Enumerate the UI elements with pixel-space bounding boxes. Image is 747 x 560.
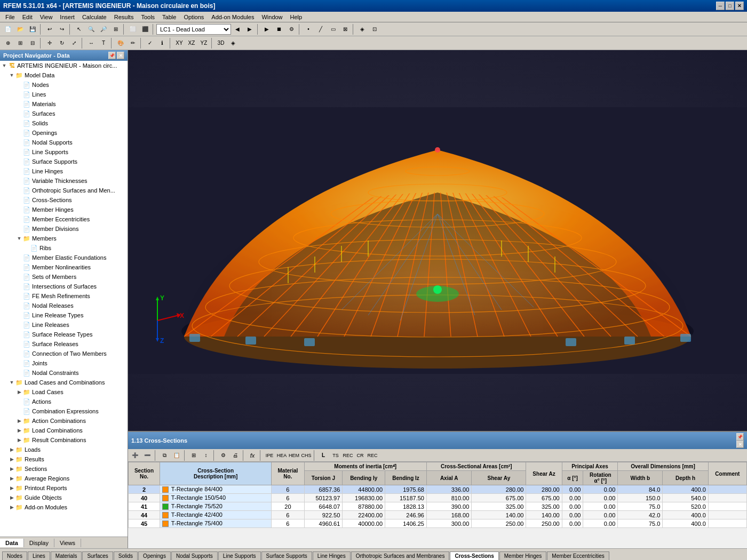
tb-undo[interactable]: ↩ bbox=[44, 23, 55, 35]
tt-hem[interactable]: HEM bbox=[288, 450, 300, 461]
tree-item-combination-expr[interactable]: 📄Combination Expressions bbox=[0, 406, 128, 416]
bottom-tab-materials[interactable]: Materials bbox=[51, 551, 82, 560]
tree-item-members[interactable]: ▼📁Members bbox=[0, 234, 128, 243]
tb-zoom-out[interactable]: 🔎 bbox=[98, 23, 109, 35]
tb-member[interactable]: ⊠ bbox=[339, 23, 351, 35]
tree-expander-add-on-modules[interactable]: ▶ bbox=[9, 504, 15, 510]
table-row[interactable]: 2 T-Rectangle 84/400 6 6857.36 44800.00 … bbox=[129, 485, 747, 494]
bottom-tab-nodal-supports[interactable]: Nodal Supports bbox=[171, 551, 218, 560]
tree-expander-model-data[interactable]: ▼ bbox=[9, 72, 15, 78]
table-row[interactable]: 44 T-Rectangle 42/400 6 922.50 22400.00 … bbox=[129, 511, 747, 519]
bottom-tab-solids[interactable]: Solids bbox=[114, 551, 138, 560]
tree-expander-materials[interactable] bbox=[16, 101, 22, 107]
tree-expander-surface-supports[interactable] bbox=[16, 158, 22, 165]
maximize-button[interactable]: □ bbox=[726, 2, 734, 10]
tb-settings[interactable]: ⚙ bbox=[285, 23, 297, 35]
tb-save[interactable]: 💾 bbox=[27, 23, 38, 35]
tree-expander-average-regions[interactable]: ▶ bbox=[9, 475, 15, 482]
menu-help[interactable]: Help bbox=[287, 13, 306, 21]
tt-ipe[interactable]: IPE bbox=[264, 450, 275, 461]
tree-expander-fe-mesh[interactable] bbox=[16, 293, 22, 299]
tree-item-lines[interactable]: 📄Lines bbox=[0, 90, 128, 99]
tb-run[interactable]: ▶ bbox=[261, 23, 273, 35]
tree-expander-printout-reports[interactable]: ▶ bbox=[9, 485, 15, 491]
tt-chs[interactable]: CHS bbox=[300, 450, 312, 461]
table-container[interactable]: SectionNo. Cross-SectionDescription [mm]… bbox=[128, 462, 747, 548]
tree-expander-line-supports[interactable] bbox=[16, 149, 22, 155]
tb2-text[interactable]: T bbox=[98, 37, 109, 49]
nav-close-button[interactable]: ✕ bbox=[117, 52, 124, 59]
tree-expander-member-nonlinearities[interactable] bbox=[16, 264, 22, 270]
bottom-tab-openings[interactable]: Openings bbox=[138, 551, 171, 560]
tb-redo[interactable]: ↪ bbox=[56, 23, 68, 35]
bottom-panel-pin[interactable]: 📌 bbox=[736, 433, 744, 441]
tree-item-line-hinges[interactable]: 📄Line Hinges bbox=[0, 166, 128, 176]
tt-print[interactable]: 🖨 bbox=[229, 450, 241, 461]
tree-expander-combination-expr[interactable] bbox=[16, 408, 22, 414]
tt-cr[interactable]: CR bbox=[354, 450, 366, 461]
bottom-tab-surfaces[interactable]: Surfaces bbox=[82, 551, 113, 560]
tree-item-line-release-types[interactable]: 📄Line Release Types bbox=[0, 310, 128, 320]
tree-item-nodal-supports[interactable]: 📄Nodal Supports bbox=[0, 138, 128, 147]
tb2-info[interactable]: ℹ bbox=[156, 37, 168, 49]
tb-select[interactable]: ↖ bbox=[73, 23, 85, 35]
tree-expander-connection-two[interactable] bbox=[16, 350, 22, 357]
tree-expander-loads[interactable]: ▶ bbox=[9, 446, 15, 453]
tree-expander-orthotropic[interactable] bbox=[16, 187, 22, 194]
tree-expander-nodal-constraints[interactable] bbox=[16, 370, 22, 376]
viewport[interactable]: Y X Z bbox=[128, 50, 747, 431]
tt-filter[interactable]: ⊞ bbox=[188, 450, 200, 461]
bottom-tab-line-supports[interactable]: Line Supports bbox=[218, 551, 261, 560]
tt-delete-row[interactable]: ➖ bbox=[141, 450, 153, 461]
tt-fx[interactable]: fx bbox=[247, 450, 258, 461]
menu-window[interactable]: Window bbox=[258, 13, 285, 21]
tree-item-member-hinges[interactable]: 📄Member Hinges bbox=[0, 205, 128, 214]
tb2-dim[interactable]: ↔ bbox=[85, 37, 97, 49]
tree-item-printout-reports[interactable]: ▶📁Printout Reports bbox=[0, 483, 128, 493]
tree-item-action-combos[interactable]: ▶📁Action Combinations bbox=[0, 416, 128, 426]
tt-hea[interactable]: HEA bbox=[276, 450, 288, 461]
tree-expander-sets-of-members[interactable] bbox=[16, 274, 22, 280]
tree-expander-surfaces[interactable] bbox=[16, 110, 22, 117]
tree-item-average-regions[interactable]: ▶📁Average Regions bbox=[0, 474, 128, 483]
table-row[interactable]: 40 T-Rectangle 150/540 6 50123.97 196830… bbox=[129, 494, 747, 502]
tree-expander-solids[interactable] bbox=[16, 120, 22, 126]
tree-expander-result-combos[interactable]: ▶ bbox=[16, 437, 22, 443]
tree-item-surface-releases[interactable]: 📄Surface Releases bbox=[0, 339, 128, 349]
tree-expander-line-release-types[interactable] bbox=[16, 312, 22, 318]
tb2-style[interactable]: ✏ bbox=[127, 37, 139, 49]
tree-item-member-divisions[interactable]: 📄Member Divisions bbox=[0, 224, 128, 234]
tree-expander-members[interactable]: ▼ bbox=[16, 235, 22, 242]
tb-zoom-all[interactable]: ⊞ bbox=[110, 23, 122, 35]
tree-expander-intersections[interactable] bbox=[16, 283, 22, 290]
menu-tools[interactable]: Tools bbox=[138, 13, 158, 21]
tt-settings[interactable]: ⚙ bbox=[217, 450, 229, 461]
tree-expander-sections[interactable]: ▶ bbox=[9, 466, 15, 472]
tb-stop[interactable]: ⏹ bbox=[273, 23, 285, 35]
tree-expander-joints[interactable] bbox=[16, 360, 22, 366]
tree-item-load-cases[interactable]: ▼📁Load Cases and Combinations bbox=[0, 378, 128, 387]
tree-item-intersections[interactable]: 📄Intersections of Surfaces bbox=[0, 282, 128, 291]
tree-expander-load-cases-sub[interactable]: ▶ bbox=[16, 389, 22, 395]
tree-item-model-data[interactable]: ▼📁Model Data bbox=[0, 70, 128, 80]
tb-wireframe[interactable]: ⊡ bbox=[369, 23, 380, 35]
tb2-rotate[interactable]: ↻ bbox=[56, 37, 68, 49]
menu-edit[interactable]: Edit bbox=[19, 13, 36, 21]
tree-expander-artemis[interactable]: ▼ bbox=[1, 62, 7, 69]
tt-ts[interactable]: TS bbox=[330, 450, 341, 461]
tree-expander-lines[interactable] bbox=[16, 91, 22, 98]
tree-expander-member-elastic[interactable] bbox=[16, 254, 22, 261]
tb2-snap[interactable]: ⊕ bbox=[2, 37, 14, 49]
tb-prev-lc[interactable]: ◀ bbox=[232, 23, 243, 35]
bottom-tab-nodes[interactable]: Nodes bbox=[2, 551, 27, 560]
menu-options[interactable]: Options bbox=[180, 13, 207, 21]
tb2-3d[interactable]: 3D bbox=[215, 37, 227, 49]
tree-item-surfaces[interactable]: 📄Surfaces bbox=[0, 109, 128, 118]
tree-expander-member-divisions[interactable] bbox=[16, 226, 22, 232]
tb-view2[interactable]: ⬛ bbox=[139, 23, 151, 35]
bottom-panel-close[interactable]: ✕ bbox=[736, 441, 744, 448]
tree-item-loads[interactable]: ▶📁Loads bbox=[0, 445, 128, 454]
tb-zoom-in[interactable]: 🔍 bbox=[85, 23, 97, 35]
tree-item-surface-release-types[interactable]: 📄Surface Release Types bbox=[0, 330, 128, 339]
menu-file[interactable]: File bbox=[2, 13, 18, 21]
